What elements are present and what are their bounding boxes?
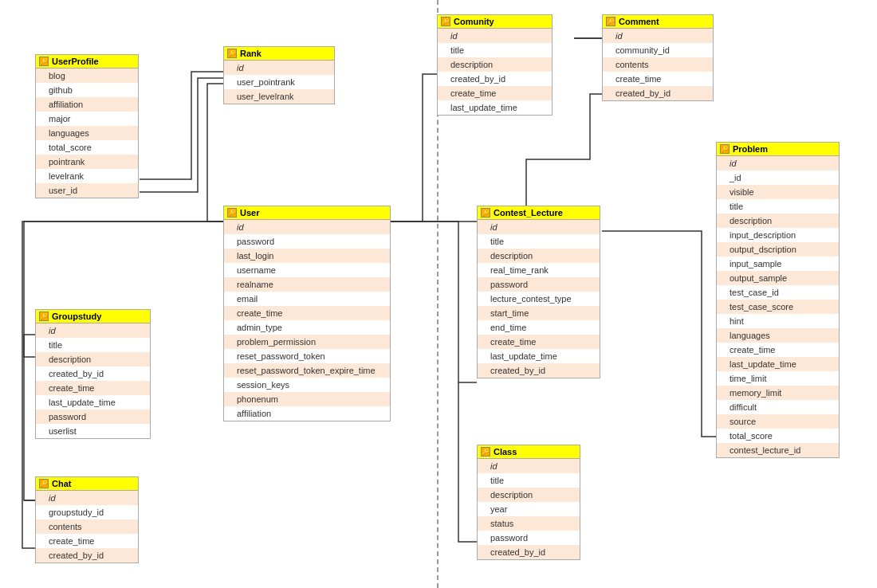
field: email [224,292,390,306]
field: user_levelrank [224,89,334,104]
field: problem_permission [224,335,390,349]
field: password [478,277,600,292]
table-userprofile: 🔑 UserProfile blog github affiliation ma… [35,54,139,198]
field: id [224,61,334,75]
field: pointrank [36,155,138,169]
table-header-userprofile: 🔑 UserProfile [36,55,138,69]
field: languages [36,126,138,140]
table-chat: 🔑 Chat id groupstudy_id contents create_… [35,476,139,563]
field: memory_limit [717,386,839,400]
field: major [36,112,138,126]
table-body-user: id password last_login username realname… [224,220,390,421]
pk-icon: 🔑 [481,447,490,457]
pk-icon: 🔑 [720,144,730,154]
field: userlist [36,424,150,438]
field: last_update_time [478,349,600,363]
field: password [478,531,580,545]
field: create_time [36,534,138,548]
field: description [717,214,839,228]
field: description [478,249,600,263]
table-rank: 🔑 Rank id user_pointrank user_levelrank [223,46,335,104]
field: github [36,83,138,97]
table-name-contest-lecture: Contest_Lecture [494,208,563,218]
table-name-problem: Problem [733,144,768,154]
field: contents [36,519,138,534]
field: last_login [224,249,390,263]
table-header-groupstudy: 🔑 Groupstudy [36,310,150,323]
table-class: 🔑 Class id title description year status… [477,445,580,560]
field: id [36,491,138,505]
field: blog [36,69,138,83]
field: _id [717,171,839,185]
pk-icon: 🔑 [39,57,49,66]
table-name-chat: Chat [52,479,71,488]
field: create_time [603,72,713,86]
table-body-community: id title description created_by_id creat… [438,29,552,115]
pk-icon: 🔑 [39,312,49,321]
field: last_update_time [438,100,552,115]
field: time_limit [717,371,839,386]
field: create_time [478,335,600,349]
table-body-problem: id _id visible title description input_d… [717,156,839,457]
field: id [36,323,150,338]
pk-icon: 🔑 [441,17,450,26]
table-name-comment: Comment [619,17,659,26]
field: affiliation [36,97,138,112]
field: reset_password_token_expire_time [224,363,390,378]
field: test_case_id [717,285,839,300]
field: created_by_id [478,363,600,378]
field: id [478,220,600,234]
field: username [224,263,390,277]
field: password [36,410,150,424]
field: created_by_id [36,548,138,563]
field: created_by_id [36,367,150,381]
field: id [438,29,552,43]
field: title [478,473,580,488]
table-name-groupstudy: Groupstudy [52,312,101,321]
field: created_by_id [438,72,552,86]
field: id [224,220,390,234]
field: user_pointrank [224,75,334,89]
field: user_id [36,183,138,198]
field: create_time [717,343,839,357]
table-name-class: Class [494,447,517,457]
table-header-class: 🔑 Class [478,445,580,459]
field: description [478,488,580,502]
field: status [478,516,580,531]
field: year [478,502,580,516]
field: difficult [717,400,839,414]
field: created_by_id [478,545,580,559]
field: id [478,459,580,473]
field: session_keys [224,378,390,392]
table-name-userprofile: UserProfile [52,57,99,66]
table-body-chat: id groupstudy_id contents create_time cr… [36,491,138,563]
field: affiliation [224,406,390,421]
field: phonenum [224,392,390,406]
field: create_time [438,86,552,100]
field: title [36,338,150,352]
field: test_case_score [717,300,839,314]
field: reset_password_token [224,349,390,363]
field: last_update_time [36,395,150,410]
pk-icon: 🔑 [481,208,490,218]
field: lecture_contest_type [478,292,600,306]
field: total_score [36,140,138,155]
table-user: 🔑 User id password last_login username r… [223,206,391,421]
table-body-contest-lecture: id title description real_time_rank pass… [478,220,600,378]
table-contest-lecture: 🔑 Contest_Lecture id title description r… [477,206,600,378]
table-body-class: id title description year status passwor… [478,459,580,559]
field: start_time [478,306,600,320]
field: create_time [36,381,150,395]
table-name-user: User [240,208,259,218]
field: create_time [224,306,390,320]
field: visible [717,185,839,199]
field: title [438,43,552,57]
field: title [717,199,839,214]
field: languages [717,328,839,343]
field: output_dscription [717,242,839,257]
table-header-rank: 🔑 Rank [224,47,334,61]
pk-icon: 🔑 [39,479,49,488]
pk-icon: 🔑 [227,208,237,218]
field: id [603,29,713,43]
table-name-rank: Rank [240,49,262,58]
